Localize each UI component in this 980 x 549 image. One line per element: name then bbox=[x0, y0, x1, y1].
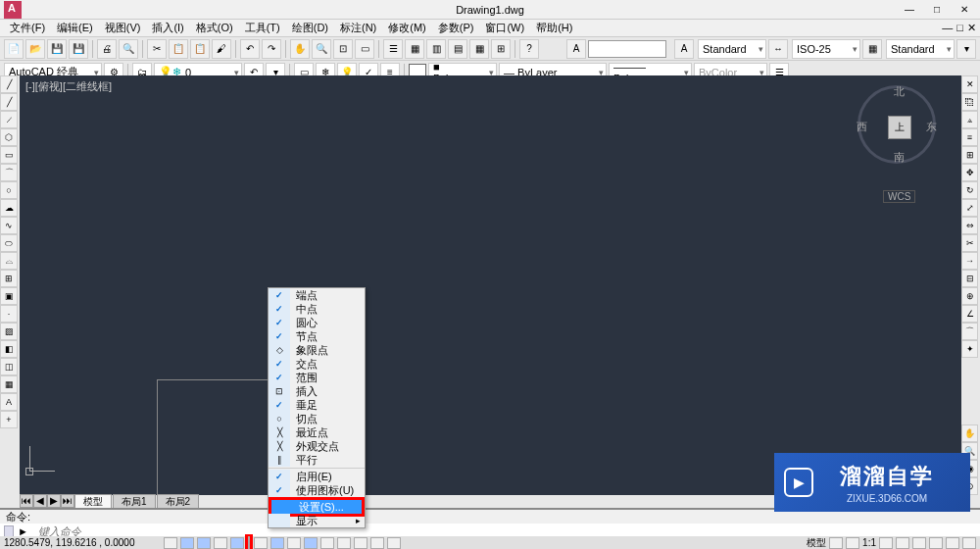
viewcube-south[interactable]: 南 bbox=[894, 150, 905, 165]
osnap-footer-item[interactable]: ✓启用(E) bbox=[269, 470, 365, 483]
trim-tool[interactable]: ✂ bbox=[961, 234, 978, 252]
osnap-item[interactable]: ✓交点 bbox=[269, 357, 365, 371]
osnap-footer-item[interactable]: ✓使用图标(U) bbox=[269, 483, 365, 497]
sheet-set-button[interactable]: ▤ bbox=[448, 39, 467, 59]
menu-edit[interactable]: 编辑(E) bbox=[51, 20, 99, 36]
menu-draw[interactable]: 绘图(D) bbox=[286, 20, 334, 36]
status-infer[interactable] bbox=[164, 537, 177, 549]
save-button[interactable]: 💾 bbox=[47, 39, 67, 59]
ellipse-arc-tool[interactable]: ⌓ bbox=[0, 252, 18, 270]
text-style-button[interactable]: A bbox=[674, 39, 694, 59]
menu-file[interactable]: 文件(F) bbox=[4, 20, 51, 36]
status-qp[interactable] bbox=[354, 537, 368, 549]
maximize-button[interactable]: □ bbox=[923, 1, 951, 19]
osnap-item[interactable]: ✓节点 bbox=[269, 329, 365, 343]
status-dyn[interactable] bbox=[304, 537, 318, 549]
viewcube-top-face[interactable]: 上 bbox=[888, 116, 911, 139]
open-button[interactable]: 📂 bbox=[25, 39, 45, 59]
viewcube-north[interactable]: 北 bbox=[894, 84, 905, 99]
minimize-button[interactable]: — bbox=[896, 1, 923, 19]
menu-dimension[interactable]: 标注(N) bbox=[334, 20, 382, 36]
status-coords[interactable]: 1280.5479, 119.6216 , 0.0000 bbox=[4, 537, 161, 548]
break-tool[interactable]: ⊟ bbox=[961, 270, 978, 287]
status-3dosnap[interactable] bbox=[254, 537, 268, 549]
zoom-extents-button[interactable]: ⊡ bbox=[333, 39, 353, 59]
saveas-button[interactable]: 💾 bbox=[69, 39, 88, 59]
spline-tool[interactable]: ∿ bbox=[0, 217, 18, 234]
plot-button[interactable]: 🖨 bbox=[97, 39, 117, 59]
status-annotation-visibility[interactable] bbox=[896, 537, 909, 549]
close-button[interactable]: ✕ bbox=[951, 1, 978, 19]
menu-help[interactable]: 帮助(H) bbox=[530, 20, 578, 36]
join-tool[interactable]: ⊕ bbox=[961, 287, 978, 305]
status-snap[interactable] bbox=[180, 537, 194, 549]
table-style-button[interactable]: ▦ bbox=[862, 39, 882, 59]
ellipse-tool[interactable]: ⬭ bbox=[0, 234, 18, 252]
table-style-dropdown[interactable]: Standard bbox=[886, 39, 955, 59]
annotation-scale-button[interactable]: A bbox=[566, 39, 586, 59]
tab-nav-last[interactable]: ⏭ bbox=[61, 494, 74, 508]
rectangle-tool[interactable]: ▭ bbox=[0, 146, 18, 164]
mdi-close-icon[interactable]: ✕ bbox=[967, 22, 976, 34]
polygon-tool[interactable]: ⬡ bbox=[0, 128, 18, 146]
status-tpy[interactable] bbox=[337, 537, 351, 549]
circle-tool[interactable]: ○ bbox=[0, 181, 18, 199]
status-hardware-accel[interactable] bbox=[929, 537, 943, 549]
mdi-minimize-icon[interactable]: — bbox=[942, 22, 953, 34]
menu-window[interactable]: 窗口(W) bbox=[479, 20, 530, 36]
match-prop-button[interactable]: 🖌 bbox=[212, 39, 231, 59]
viewport-label[interactable]: [-][俯视][二维线框] bbox=[25, 79, 112, 94]
plot-preview-button[interactable]: 🔍 bbox=[119, 39, 138, 59]
osnap-item[interactable]: ◇象限点 bbox=[269, 343, 365, 357]
copy-button[interactable]: 📋 bbox=[169, 39, 188, 59]
gradient-tool[interactable]: ◧ bbox=[0, 340, 18, 358]
pan-button[interactable]: ✋ bbox=[290, 39, 310, 59]
new-button[interactable]: 📄 bbox=[4, 39, 24, 59]
tab-model[interactable]: 模型 bbox=[74, 494, 112, 508]
status-sc[interactable] bbox=[370, 537, 384, 549]
osnap-item[interactable]: ╳外观交点 bbox=[269, 439, 365, 453]
offset-tool[interactable]: ≡ bbox=[961, 128, 978, 146]
tab-layout2[interactable]: 布局2 bbox=[157, 494, 200, 508]
zoom-window-button[interactable]: ▭ bbox=[355, 39, 374, 59]
arc-tool[interactable]: ⌒ bbox=[0, 164, 18, 181]
properties-button[interactable]: ☰ bbox=[383, 39, 403, 59]
extend-tool[interactable]: → bbox=[961, 252, 978, 270]
multileader-button[interactable]: ▾ bbox=[956, 39, 976, 59]
help-button[interactable]: ? bbox=[519, 39, 539, 59]
chamfer-tool[interactable]: ∠ bbox=[961, 305, 978, 323]
explode-tool[interactable]: ✦ bbox=[961, 340, 978, 358]
mirror-tool[interactable]: ⟁ bbox=[961, 111, 978, 128]
dim-style-dropdown[interactable]: ISO-25 bbox=[792, 39, 860, 59]
osnap-item[interactable]: ✓范围 bbox=[269, 371, 365, 384]
erase-tool[interactable]: ✕ bbox=[961, 75, 978, 93]
mdi-restore-icon[interactable]: □ bbox=[956, 22, 963, 34]
osnap-display-item[interactable]: 显示 ▸ bbox=[269, 514, 365, 527]
menu-parametric[interactable]: 参数(P) bbox=[432, 20, 480, 36]
menu-insert[interactable]: 插入(I) bbox=[146, 20, 189, 36]
osnap-item[interactable]: ○切点 bbox=[269, 412, 365, 425]
undo-button[interactable]: ↶ bbox=[240, 39, 260, 59]
viewcube[interactable]: 北 南 东 西 上 WCS bbox=[858, 85, 936, 183]
osnap-item[interactable]: ✓垂足 bbox=[269, 398, 365, 412]
tab-nav-prev[interactable]: ◀ bbox=[33, 494, 47, 508]
osnap-item[interactable]: ╳最近点 bbox=[269, 425, 365, 439]
copy-tool[interactable]: ⿻ bbox=[961, 93, 978, 111]
point-tool[interactable]: · bbox=[0, 305, 18, 323]
command-grip-icon[interactable] bbox=[4, 525, 14, 537]
status-lwt[interactable] bbox=[320, 537, 334, 549]
zoom-button[interactable]: 🔍 bbox=[312, 39, 331, 59]
status-grid[interactable] bbox=[197, 537, 211, 549]
rotate-tool[interactable]: ↻ bbox=[961, 181, 978, 199]
status-model-label[interactable]: 模型 bbox=[807, 536, 826, 550]
status-annomonitor[interactable] bbox=[879, 537, 893, 549]
region-tool[interactable]: ◫ bbox=[0, 358, 18, 375]
move-tool[interactable]: ✥ bbox=[961, 164, 978, 181]
wcs-label[interactable]: WCS bbox=[883, 190, 915, 203]
redo-button[interactable]: ↷ bbox=[262, 39, 281, 59]
status-ducs[interactable] bbox=[287, 537, 301, 549]
status-am[interactable] bbox=[387, 537, 401, 549]
status-quickview-layouts[interactable] bbox=[846, 537, 859, 549]
dim-style-button[interactable]: ↔ bbox=[768, 39, 788, 59]
tab-nav-first[interactable]: ⏮ bbox=[20, 494, 33, 508]
